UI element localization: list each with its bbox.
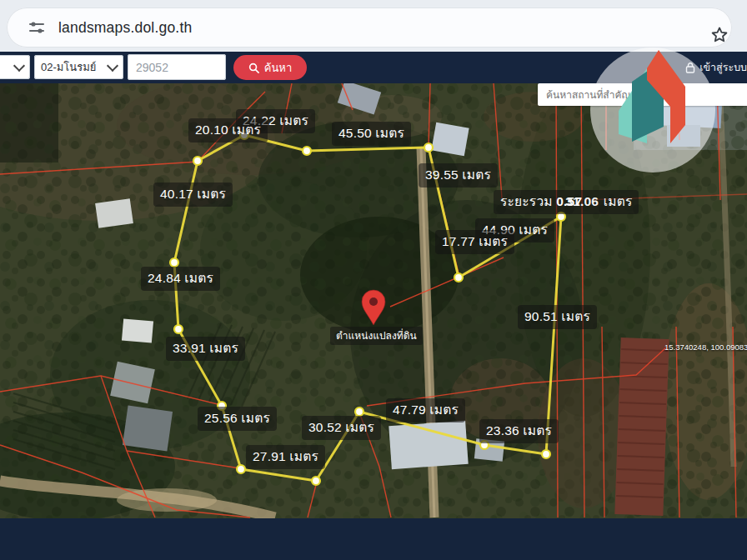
search-button[interactable]: ค้นหา (233, 55, 307, 80)
parcel-vertex[interactable] (542, 450, 550, 458)
parcel-vertex[interactable] (424, 143, 433, 152)
parcel-vertex[interactable] (237, 465, 245, 473)
parcel-position-label: ตำแหน่งแปลงที่ดิน (330, 327, 423, 345)
parcel-number-input[interactable] (128, 54, 226, 80)
parcel-vertex[interactable] (170, 258, 178, 267)
district-select[interactable]: 02-มโนรมย์ (34, 55, 123, 79)
login-link[interactable]: เข้าสู่ระบบ (685, 52, 747, 83)
parcel-vertex[interactable] (240, 131, 248, 139)
chevron-down-icon (107, 59, 118, 71)
bookmark-star-icon[interactable] (709, 25, 729, 45)
login-label: เข้าสู่ระบบ (699, 59, 747, 76)
parcel-vertex[interactable] (454, 273, 463, 282)
browser-top-strip: landsmaps.dol.go.th (0, 0, 747, 52)
place-search-box[interactable] (538, 83, 747, 106)
search-button-label: ค้นหา (264, 59, 292, 77)
parcel-vertex[interactable] (312, 477, 320, 485)
device-screen: { "browser": { "url": "landsmaps.dol.go.… (0, 0, 747, 560)
parcel-vertex[interactable] (303, 147, 311, 155)
taskbar (0, 518, 747, 560)
site-settings-icon[interactable] (28, 20, 45, 35)
parcel-vertex[interactable] (174, 325, 183, 333)
parcel-vertex[interactable] (557, 212, 565, 221)
address-bar[interactable]: landsmaps.dol.go.th (7, 8, 732, 48)
place-search-input[interactable] (538, 83, 747, 106)
search-icon (248, 62, 259, 73)
parcel-vertex[interactable] (355, 408, 363, 416)
parcel-vertex[interactable] (193, 157, 202, 165)
coordinates-text: 15.3740248, 100.090834 (664, 342, 747, 352)
parcel-vertex[interactable] (218, 402, 226, 410)
url-text[interactable]: landsmaps.dol.go.th (58, 19, 192, 37)
chevron-down-icon (13, 59, 25, 71)
district-select-value: 02-มโนรมย์ (41, 58, 96, 76)
province-select[interactable] (0, 55, 30, 79)
lock-icon (685, 62, 695, 73)
parcel-vertex[interactable] (480, 441, 489, 449)
